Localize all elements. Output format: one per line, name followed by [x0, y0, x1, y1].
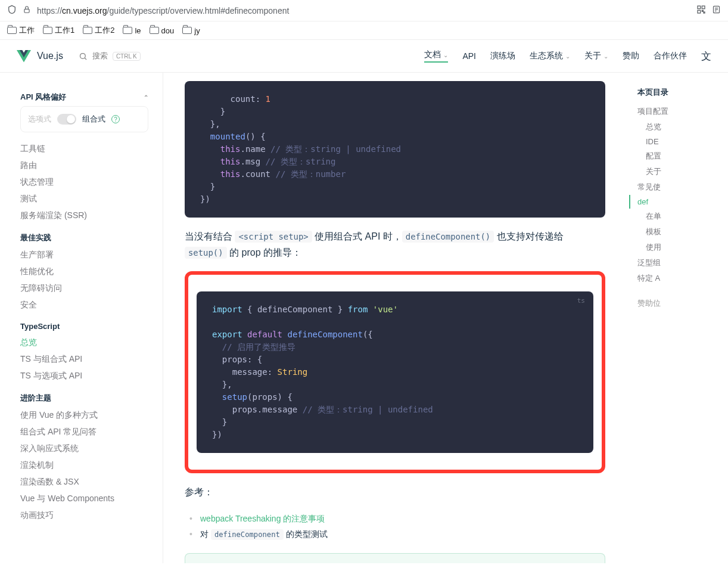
browser-url-bar: https://cn.vuejs.org/guide/typescript/ov… [0, 0, 728, 21]
sidebar-item[interactable]: 动画技巧 [20, 507, 148, 524]
sidebar-item[interactable]: 无障碍访问 [20, 280, 148, 297]
search-box[interactable]: 搜索 CTRL K [79, 48, 141, 64]
svg-rect-2 [702, 6, 705, 9]
svg-rect-1 [698, 6, 701, 9]
nav-item[interactable]: 合作伙伴 [654, 51, 687, 61]
reader-icon[interactable] [712, 5, 721, 16]
sidebar-item[interactable]: TS 与选项式 API [20, 368, 148, 384]
chevron-down-icon: ⌄ [443, 52, 448, 58]
toc-item[interactable]: 关于 [637, 164, 728, 179]
sidebar-item[interactable]: 渲染机制 [20, 457, 148, 474]
paragraph-1: 当没有结合 <script setup> 使用组合式 API 时，defineC… [185, 228, 605, 260]
nav-item[interactable]: 演练场 [490, 51, 515, 61]
nav-item[interactable]: 赞助 [623, 51, 639, 61]
folder-icon [123, 27, 132, 34]
toc-item[interactable]: IDE [637, 135, 728, 148]
sidebar-item[interactable]: 安全 [20, 297, 148, 314]
api-preference-title: API 风格偏好 ⌃ [20, 92, 148, 103]
sidebar-item[interactable]: 路由 [20, 157, 148, 174]
chevron-down-icon: ⌄ [565, 53, 570, 60]
bookmark-folder[interactable]: 工作1 [43, 25, 74, 36]
toc-item[interactable]: def [629, 195, 728, 209]
sidebar-item[interactable]: 测试 [20, 191, 148, 207]
ref-heading: 参考： [185, 484, 605, 500]
toc-item[interactable]: 泛型组 [637, 255, 728, 271]
site-header: Vue.js 搜索 CTRL K 文档⌄API演练场生态系统⌄关于⌄赞助合作伙伴… [0, 40, 728, 73]
sidebar-item[interactable]: Vue 与 Web Components [20, 491, 148, 507]
option-composition-api[interactable]: 组合式 [82, 114, 105, 125]
chevron-down-icon: ⌄ [603, 53, 608, 60]
sidebar-item[interactable]: 工具链 [20, 141, 148, 157]
folder-icon [43, 27, 52, 34]
sidebar-item[interactable]: 组合式 API 常见问答 [20, 424, 148, 440]
sidebar-item[interactable]: 性能优化 [20, 263, 148, 280]
sidebar-item[interactable]: 生产部署 [20, 247, 148, 263]
link-webpack-treeshaking[interactable]: webpack Treeshaking 的注意事项 [200, 514, 325, 523]
url-text[interactable]: https://cn.vuejs.org/guide/typescript/ov… [37, 6, 690, 15]
shield-icon[interactable] [7, 5, 17, 16]
search-placeholder: 搜索 [92, 51, 108, 61]
chevron-up-icon[interactable]: ⌃ [144, 94, 148, 101]
svg-point-10 [80, 53, 85, 58]
svg-rect-3 [698, 10, 701, 13]
toc-item[interactable]: 总览 [637, 119, 728, 135]
folder-icon [182, 27, 192, 34]
bookmark-folder[interactable]: 工作2 [83, 25, 114, 36]
sidebar-item[interactable]: 深入响应式系统 [20, 440, 148, 457]
main-nav: 文档⌄API演练场生态系统⌄关于⌄赞助合作伙伴文 [424, 49, 711, 63]
lock-icon[interactable] [23, 5, 31, 15]
sidebar-section-title: 最佳实践 [20, 232, 148, 243]
code-lang-label: ts [577, 296, 585, 306]
vue-logo-icon [17, 49, 31, 63]
highlighted-code-box: ts import { defineComponent } from 'vue'… [185, 271, 605, 473]
inline-code-definecomponent: defineComponent() [402, 231, 494, 243]
help-icon[interactable]: ? [111, 115, 120, 123]
language-icon[interactable]: 文 [701, 49, 711, 63]
page-toc: 本页目录 项目配置总览IDE配置关于常见使def在单模板使用泛型组特定 A 赞助… [627, 73, 728, 563]
sidebar-item[interactable]: 总览 [20, 334, 148, 351]
sidebar: API 风格偏好 ⌃ 选项式 组合式 ? 工具链路由状态管理测试服务端渲染 (S… [0, 73, 163, 563]
toggle-switch[interactable] [57, 114, 76, 125]
api-preference-toggle[interactable]: 选项式 组合式 ? [20, 106, 148, 132]
bookmark-folder[interactable]: jy [182, 26, 200, 35]
toc-item[interactable]: 在单 [637, 209, 728, 224]
nav-item[interactable]: 生态系统⌄ [530, 51, 570, 61]
svg-line-11 [85, 58, 86, 60]
toc-item[interactable]: 特定 A [637, 271, 728, 286]
sidebar-item[interactable]: 状态管理 [20, 174, 148, 191]
ref-item-2: 对 defineComponent 的类型测试 [194, 527, 605, 542]
toc-item[interactable]: 使用 [637, 240, 728, 255]
toc-item[interactable]: 常见使 [637, 179, 728, 195]
inline-code-setup: setup() [185, 247, 227, 259]
nav-item[interactable]: API [462, 51, 476, 61]
sidebar-section-title: TypeScript [20, 322, 148, 331]
code-block-1: count: 1 } }, mounted() { this.name // 类… [185, 81, 605, 218]
sidebar-item[interactable]: TS 与组合式 API [20, 351, 148, 368]
toc-sponsor-heading: 赞助位 [637, 298, 728, 309]
bookmark-folder[interactable]: dou [150, 26, 175, 35]
sidebar-section-title: 进阶主题 [20, 393, 148, 404]
bookmark-folder[interactable]: le [123, 26, 141, 35]
sidebar-item[interactable]: 渲染函数 & JSX [20, 474, 148, 491]
svg-rect-0 [24, 9, 29, 13]
toc-item[interactable]: 配置 [637, 148, 728, 164]
code-block-2: ts import { defineComponent } from 'vue'… [197, 291, 593, 453]
toc-item[interactable]: 模板 [637, 224, 728, 240]
bookmarks-bar: 工作工作1工作2ledoujy [0, 21, 728, 40]
main-content: count: 1 } }, mounted() { this.name // 类… [163, 73, 627, 563]
svg-rect-4 [702, 10, 703, 11]
folder-icon [150, 27, 159, 34]
sidebar-item[interactable]: 使用 Vue 的多种方式 [20, 407, 148, 424]
logo[interactable]: Vue.js [17, 49, 63, 63]
toc-title: 本页目录 [637, 87, 728, 98]
nav-item[interactable]: 文档⌄ [424, 49, 448, 63]
reference-list: webpack Treeshaking 的注意事项 对 defineCompon… [185, 511, 605, 542]
toc-item[interactable]: 项目配置 [637, 104, 728, 119]
nav-item[interactable]: 关于⌄ [584, 51, 608, 61]
qr-icon[interactable] [696, 5, 706, 16]
bookmark-folder[interactable]: 工作 [7, 25, 35, 36]
inline-code-script-setup: <script setup> [235, 231, 312, 243]
search-shortcut: CTRL K [113, 52, 141, 61]
option-options-api[interactable]: 选项式 [28, 114, 51, 125]
sidebar-item[interactable]: 服务端渲染 (SSR) [20, 207, 148, 224]
